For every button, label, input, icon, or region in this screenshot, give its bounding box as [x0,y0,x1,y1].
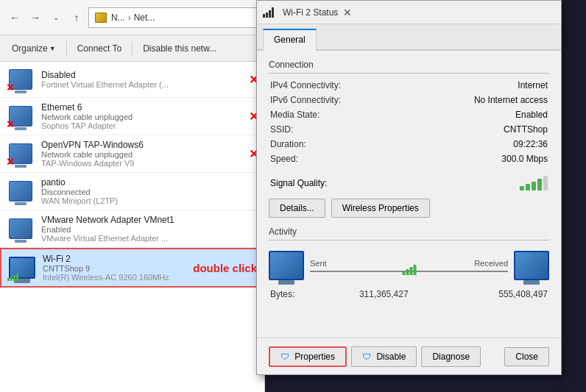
dropdown-button[interactable]: ⌄ [47,9,65,26]
disable-label: Disable [376,352,406,362]
toolbar: Organize ▼ Connect To Disable this netw.… [0,35,264,62]
x-badge: ✕ [6,82,15,93]
activity-line [310,271,508,272]
connect-to-label: Connect To [77,43,122,54]
close-label: Close [515,352,538,362]
double-click-label: double click [193,262,257,274]
table-row: IPv6 Connectivity: No Internet access [269,93,549,107]
list-item[interactable]: ✕ Disabled Fortinet Virtual Ethernet Ada… [0,62,264,98]
bytes-sent-value: 311,365,427 [329,289,439,299]
address-bar: ← → ⌄ ↑ N... › Net... [0,0,264,35]
prop-value: Enabled [372,107,549,122]
network-list: ✕ Disabled Fortinet Virtual Ethernet Ada… [0,62,264,392]
network-adapter: Sophos TAP Adapter [41,121,258,130]
toolbar-separator-1 [66,41,67,56]
signal-bar-2 [526,184,530,190]
disable-network-label: Disable this netw... [143,43,216,54]
sent-label: Sent [310,259,327,268]
list-item[interactable]: ✕ OpenVPN TAP-Windows6 Network cable unp… [0,135,264,173]
prop-value: 300.0 Mbps [372,152,549,166]
prop-name: IPv4 Connectivity: [269,78,372,93]
forward-button[interactable]: → [27,9,44,26]
prop-name: IPv6 Connectivity: [269,93,372,107]
local-pc-icon [269,251,304,280]
shield-icon-2: 🛡 [362,352,371,362]
organize-button[interactable]: Organize ▼ [6,38,62,59]
dialog-footer: 🛡 Properties 🛡 Disable Diagnose Close [257,338,561,374]
connection-properties-table: IPv4 Connectivity: Internet IPv6 Connect… [269,78,549,166]
dialog-close-button[interactable]: ✕ [338,3,357,22]
properties-button[interactable]: 🛡 Properties [269,346,347,367]
details-button[interactable]: Details... [269,199,325,218]
wifi-status-dialog: Wi-Fi 2 Status ✕ General Connection IPv4… [256,0,562,375]
connection-section-label: Connection [269,60,549,74]
table-row: Duration: 09:22:36 [269,137,549,152]
disable-network-button[interactable]: Disable this netw... [137,38,222,59]
disable-button[interactable]: 🛡 Disable [351,346,417,367]
pc-icon [9,181,32,202]
bytes-row: Bytes: 311,365,427 555,408,497 [269,286,549,302]
table-row: Media State: Enabled [269,107,549,122]
network-name: OpenVPN TAP-Windows6 [41,140,258,150]
address-path: N... › Net... [88,7,258,28]
network-info: OpenVPN TAP-Windows6 Network cable unplu… [41,140,258,168]
bytes-received-value: 555,408,497 [439,289,548,299]
network-adapter-icon: ✕ [6,66,35,93]
list-item[interactable]: VMware Network Adapter VMnet1 Enabled VM… [0,210,264,248]
network-status: Network cable unplugged [41,113,258,121]
connect-to-button[interactable]: Connect To [71,38,128,59]
received-label: Received [474,259,508,268]
bytes-label: Bytes: [270,289,329,299]
prop-value: No Internet access [372,93,549,107]
network-adapter-icon [6,215,35,242]
tab-general[interactable]: General [263,29,317,51]
shield-icon: 🛡 [280,352,289,362]
wireless-properties-button[interactable]: Wireless Properties [331,199,430,218]
wireless-properties-label: Wireless Properties [342,203,419,213]
organize-dropdown-icon: ▼ [49,45,56,52]
network-name: VMware Network Adapter VMnet1 [41,215,258,225]
network-adapter: Intel(R) Wireless-AC 9260 160MHz [43,273,257,282]
network-status: Enabled [41,225,258,234]
prop-name: Duration: [269,137,372,152]
folder-icon [95,13,107,23]
network-adapter: VMware Virtual Ethernet Adapter ... [41,234,258,243]
back-button[interactable]: ← [6,9,24,26]
center-signal-bars [402,265,416,275]
wifi2-list-item[interactable]: Wi-Fi 2 CNTTShop 9 Intel(R) Wireless-AC … [0,248,264,288]
network-name: pantio [41,177,258,188]
network-adapter-icon: ✕ [6,140,35,167]
table-row: SSID: CNTTShop [269,122,549,137]
connection-section: Connection IPv4 Connectivity: Internet I… [269,60,549,218]
list-item[interactable]: ✕ Ethernet 6 Network cable unplugged Sop… [0,98,264,135]
network-info: pantio Disconnected WAN Miniport (L2TP) [41,177,258,205]
network-info: VMware Network Adapter VMnet1 Enabled VM… [41,215,258,243]
prop-value: Internet [372,78,549,93]
remote-computer [514,251,549,280]
prop-name: Speed: [269,152,372,166]
signal-quality-bars [520,176,548,190]
dialog-tabs: General [257,24,561,51]
signal-bar-1 [520,186,524,190]
list-item[interactable]: pantio Disconnected WAN Miniport (L2TP) [0,173,264,210]
network-name: Disabled [41,70,258,80]
organize-label: Organize [12,43,48,54]
up-button[interactable]: ↑ [68,9,85,26]
details-label: Details... [280,203,314,213]
dialog-title-text: Wi-Fi 2 Status [283,7,338,18]
path-sep: › [128,13,131,23]
diagnose-button[interactable]: Diagnose [421,346,481,367]
explorer-panel: ← → ⌄ ↑ N... › Net... Organize ▼ Connect… [0,0,265,392]
close-button[interactable]: Close [504,347,549,366]
dialog-title-area: Wi-Fi 2 Status [263,7,338,18]
network-status: Disconnected [41,188,258,196]
connection-buttons: Details... Wireless Properties [269,199,549,218]
network-adapter-icon: ✕ [6,103,35,129]
tab-general-label: General [274,35,306,45]
dialog-content: Connection IPv4 Connectivity: Internet I… [257,51,561,332]
activity-connection: Sent Received [310,259,508,272]
network-info: Disabled Fortinet Virtual Ethernet Adapt… [41,70,258,89]
activity-section: Activity Sent Received [269,227,549,302]
address-text: N... [111,13,125,23]
activity-diagram: Sent Received [269,245,549,286]
